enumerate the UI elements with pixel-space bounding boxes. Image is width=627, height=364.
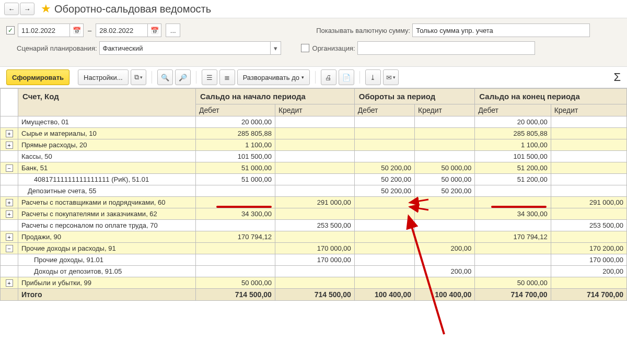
scenario-select[interactable]: Фактический [99, 41, 271, 55]
table-row[interactable]: Итого714 500,00714 500,00100 400,00100 4… [1, 289, 627, 301]
value-cell [551, 151, 626, 162]
value-cell [275, 128, 354, 139]
copy-button[interactable]: ⧉▾ [131, 69, 146, 85]
value-cell: 51 200,00 [475, 174, 551, 185]
chevron-down-icon: ▾ [301, 75, 304, 80]
save-button[interactable]: ⤓ [365, 69, 381, 85]
org-checkbox[interactable] [301, 44, 309, 52]
collapse-icon[interactable]: − [6, 245, 13, 252]
star-icon[interactable]: ★ [41, 2, 51, 16]
group-button-2[interactable]: ≣ [219, 69, 235, 85]
value-cell [275, 174, 354, 185]
value-cell [354, 254, 414, 266]
table-row[interactable]: Прочие доходы, 91.01170 000,00170 000,00 [1, 254, 627, 266]
expand-icon[interactable]: + [6, 233, 13, 241]
tree-toggle-cell[interactable]: − [1, 243, 18, 254]
value-cell [551, 174, 626, 185]
table-row[interactable]: Расчеты с персоналом по оплате труда, 70… [1, 220, 627, 231]
toolbar: Сформировать Настройки... ⧉▾ 🔍 🔎 ☰ ≣ Раз… [0, 67, 627, 88]
table-row[interactable]: +Прибыли и убытки, 9950 000,0050 000,00 [1, 277, 627, 289]
arrow-right-icon: → [24, 5, 31, 13]
table-row[interactable]: Депозитные счета, 5550 200,0050 200,00 [1, 185, 627, 197]
group-button-1[interactable]: ☰ [202, 69, 217, 85]
tree-toggle-cell[interactable]: + [1, 208, 18, 220]
value-cell [415, 128, 475, 139]
org-select[interactable] [357, 41, 535, 55]
value-cell [475, 197, 551, 208]
tree-toggle-cell[interactable]: + [1, 128, 18, 139]
account-cell: Прочие доходы, 91.01 [18, 254, 196, 266]
value-cell: 100 400,00 [415, 289, 475, 301]
table-row[interactable]: +Сырье и материалы, 10285 805,88285 805,… [1, 128, 627, 139]
calendar-icon[interactable]: 📅 [148, 24, 161, 37]
forward-button[interactable]: → [20, 3, 34, 15]
value-cell: 20 000,00 [196, 116, 275, 128]
value-cell [275, 231, 354, 243]
tree-toggle-cell[interactable]: + [1, 231, 18, 243]
value-cell [475, 266, 551, 277]
value-cell [354, 197, 414, 208]
value-cell [551, 231, 626, 243]
value-cell: 253 500,00 [275, 220, 354, 231]
value-cell [415, 254, 475, 266]
value-cell: 200,00 [415, 266, 475, 277]
expand-icon[interactable]: + [6, 210, 13, 218]
col-end-debit: Дебет [475, 104, 551, 116]
account-cell: Банк, 51 [18, 162, 196, 174]
table-row[interactable]: Кассы, 50101 500,00101 500,00 [1, 151, 627, 162]
expand-button[interactable]: Разворачивать до▾ [237, 69, 310, 85]
settings-button[interactable]: Настройки... [78, 69, 129, 85]
zoom-in-button[interactable]: 🔍 [157, 69, 173, 85]
tree-toggle-cell [1, 254, 18, 266]
expand-icon[interactable]: + [6, 279, 13, 287]
date-to-input[interactable]: 28.02.2022 [96, 24, 148, 37]
date-from-input[interactable]: 11.02.2022 [18, 24, 70, 37]
table-row[interactable]: +Расчеты с покупателями и заказчиками, 6… [1, 208, 627, 220]
tree-toggle-cell[interactable]: + [1, 139, 18, 151]
value-cell: 714 700,00 [551, 289, 626, 301]
table-row[interactable]: +Продажи, 90170 794,12170 794,12 [1, 231, 627, 243]
zoom-out-button[interactable]: 🔎 [175, 69, 191, 85]
value-cell [275, 266, 354, 277]
period-dialog-button[interactable]: ... [166, 24, 180, 37]
org-label: Организация: [312, 44, 355, 52]
expand-icon[interactable]: + [6, 142, 13, 149]
sigma-icon[interactable]: Σ [613, 71, 621, 84]
list-icon: ≣ [224, 74, 230, 81]
chevron-down-icon[interactable]: ▾ [271, 41, 281, 55]
value-cell [415, 277, 475, 289]
col-begin-debit: Дебет [196, 104, 275, 116]
value-cell: 51 000,00 [196, 162, 275, 174]
table-row[interactable]: +Прямые расходы, 201 100,001 100,00 [1, 139, 627, 151]
account-cell: 40817111111111111111 (РиК), 51.01 [18, 174, 196, 185]
calendar-icon[interactable]: 📅 [70, 24, 84, 37]
preview-icon: 📄 [342, 74, 351, 81]
value-cell: 50 200,00 [415, 185, 475, 197]
collapse-icon[interactable]: − [6, 165, 13, 172]
tree-toggle-cell[interactable]: − [1, 162, 18, 174]
value-cell [475, 185, 551, 197]
table-row[interactable]: −Банк, 5151 000,0050 200,0050 000,0051 2… [1, 162, 627, 174]
period-checkbox[interactable]: ✓ [6, 26, 15, 34]
value-cell: 50 200,00 [354, 185, 414, 197]
print-button[interactable]: 🖨 [321, 69, 336, 85]
tree-toggle-cell[interactable]: + [1, 197, 18, 208]
mail-button[interactable]: ✉▾ [383, 69, 399, 85]
expand-icon[interactable]: + [6, 199, 13, 206]
table-row[interactable]: Имущество, 0120 000,0020 000,00 [1, 116, 627, 128]
back-button[interactable]: ← [4, 3, 19, 15]
table-row[interactable]: −Прочие доходы и расходы, 91170 000,0020… [1, 243, 627, 254]
expand-icon[interactable]: + [6, 130, 13, 137]
table-row[interactable]: Доходы от депозитов, 91.05200,00200,00 [1, 266, 627, 277]
tree-toggle-cell [1, 289, 18, 301]
account-cell: Прочие доходы и расходы, 91 [18, 243, 196, 254]
table-row[interactable]: +Расчеты с поставщиками и подрядчиками, … [1, 197, 627, 208]
currency-select[interactable]: Только сумма упр. учета [412, 24, 590, 37]
preview-button[interactable]: 📄 [339, 69, 354, 85]
account-cell: Прибыли и убытки, 99 [18, 277, 196, 289]
tree-toggle-cell[interactable]: + [1, 277, 18, 289]
table-row[interactable]: 40817111111111111111 (РиК), 51.0151 000,… [1, 174, 627, 185]
value-cell: 50 000,00 [415, 174, 475, 185]
form-button[interactable]: Сформировать [6, 69, 69, 85]
value-cell: 20 000,00 [475, 116, 551, 128]
